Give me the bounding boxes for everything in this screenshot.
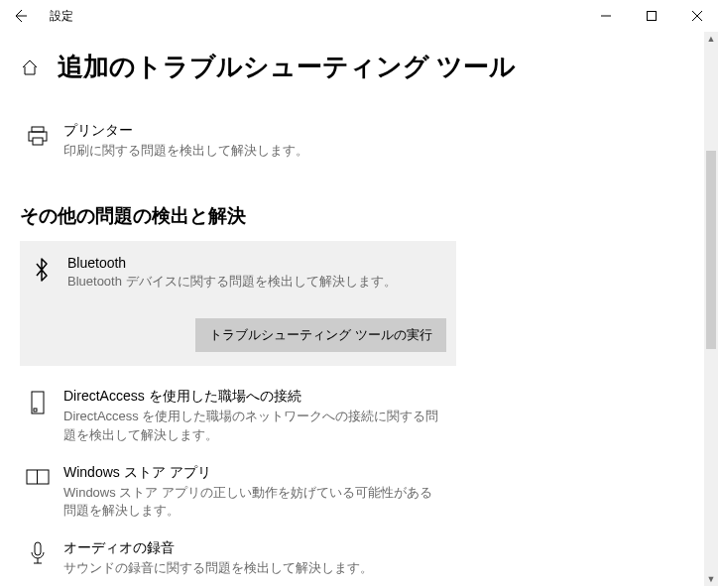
computer-icon bbox=[26, 390, 50, 417]
vertical-scrollbar[interactable]: ▲ ▼ bbox=[704, 32, 718, 586]
troubleshooter-audio-recording[interactable]: オーディオの録音 サウンドの録音に関する問題を検出して解決します。 bbox=[20, 529, 700, 587]
minimize-icon bbox=[601, 11, 611, 21]
svg-rect-5 bbox=[34, 409, 37, 412]
printer-desc: 印刷に関する問題を検出して解決します。 bbox=[63, 142, 440, 160]
bluetooth-desc: Bluetooth デバイスに関する問題を検出して解決します。 bbox=[67, 273, 444, 291]
close-icon bbox=[692, 11, 702, 21]
back-button[interactable] bbox=[8, 4, 32, 28]
page-header: 追加のトラブルシューティング ツール bbox=[20, 50, 700, 84]
microphone-icon bbox=[26, 541, 50, 569]
troubleshooter-directaccess[interactable]: DirectAccess を使用した職場への接続 DirectAccess を使… bbox=[20, 378, 700, 453]
printer-icon bbox=[26, 124, 50, 152]
bluetooth-icon bbox=[30, 257, 54, 285]
troubleshooter-store[interactable]: Windows ストア アプリ Windows ストア アプリの正しい動作を妨げ… bbox=[20, 454, 700, 529]
scrollbar-thumb[interactable] bbox=[706, 151, 716, 349]
audio-title: オーディオの録音 bbox=[63, 539, 694, 557]
close-button[interactable] bbox=[674, 0, 720, 32]
home-button[interactable] bbox=[20, 58, 40, 77]
maximize-button[interactable] bbox=[629, 0, 674, 32]
bluetooth-title: Bluetooth bbox=[67, 255, 446, 271]
svg-rect-3 bbox=[33, 138, 43, 145]
window-title: 設定 bbox=[50, 8, 73, 25]
page-title: 追加のトラブルシューティング ツール bbox=[58, 50, 516, 84]
svg-rect-0 bbox=[648, 12, 657, 21]
arrow-left-icon bbox=[12, 8, 28, 24]
troubleshooter-printer[interactable]: プリンター 印刷に関する問題を検出して解決します。 bbox=[20, 112, 700, 170]
scroll-down-arrow[interactable]: ▼ bbox=[704, 572, 718, 586]
minimize-button[interactable] bbox=[583, 0, 629, 32]
directaccess-desc: DirectAccess を使用した職場のネットワークへの接続に関する問題を検出… bbox=[63, 408, 440, 443]
audio-desc: サウンドの録音に関する問題を検出して解決します。 bbox=[63, 559, 440, 577]
content-area: 追加のトラブルシューティング ツール プリンター 印刷に関する問題を検出して解決… bbox=[0, 32, 720, 587]
store-desc: Windows ストア アプリの正しい動作を妨げている可能性がある問題を解決しま… bbox=[63, 484, 440, 520]
directaccess-title: DirectAccess を使用した職場への接続 bbox=[63, 388, 694, 406]
section-other-header: その他の問題の検出と解決 bbox=[20, 203, 700, 229]
home-icon bbox=[21, 59, 39, 76]
scroll-up-arrow[interactable]: ▲ bbox=[704, 32, 718, 46]
titlebar: 設定 bbox=[0, 0, 720, 32]
store-title: Windows ストア アプリ bbox=[63, 464, 694, 482]
store-icon bbox=[26, 466, 50, 494]
run-troubleshooter-button[interactable]: トラブルシューティング ツールの実行 bbox=[195, 318, 446, 352]
printer-title: プリンター bbox=[63, 122, 694, 140]
svg-rect-1 bbox=[32, 127, 44, 132]
svg-rect-7 bbox=[35, 542, 41, 555]
troubleshooter-bluetooth[interactable]: Bluetooth Bluetooth デバイスに関する問題を検出して解決します… bbox=[20, 241, 456, 366]
maximize-icon bbox=[647, 11, 657, 21]
